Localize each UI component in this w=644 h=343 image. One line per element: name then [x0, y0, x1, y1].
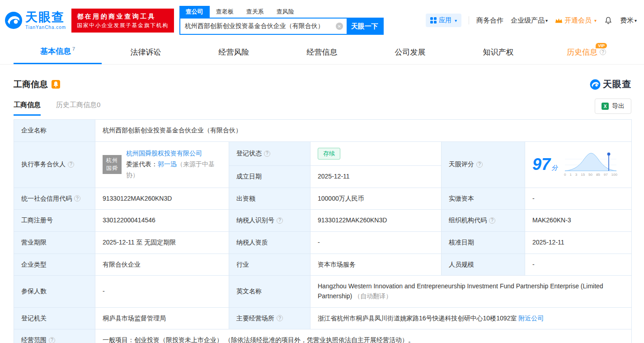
tab-operating-info[interactable]: 经营信息: [278, 40, 366, 64]
tianyancha-logo[interactable]: 天眼查 TianYanCha.com: [5, 11, 66, 30]
search-tab-risk[interactable]: 查风险: [270, 6, 301, 18]
business-cooperation-link[interactable]: 商务合作: [476, 16, 503, 25]
watermark-logo-icon: [590, 79, 601, 90]
table-row: 执行事务合伙人? 杭州国舜 杭州国舜股权投资有限公司 委派代表：郭一迅（来源于中…: [14, 141, 632, 165]
search-tabs: 查公司 查老板 查关系 查风险: [179, 6, 384, 18]
search-tab-relation[interactable]: 查关系: [240, 6, 270, 18]
table-row: 工商注册号 330122000414546 纳税人识别号? 91330122MA…: [14, 210, 632, 232]
search-block: 查公司 查老板 查关系 查风险 ✕ 天眼一下: [179, 6, 384, 35]
industry-cell: 资本市场服务: [310, 254, 442, 276]
clear-search-icon[interactable]: ✕: [336, 23, 343, 30]
subtab-history-business-info[interactable]: 历史工商信息0: [56, 101, 100, 116]
subscribe-bell-icon[interactable]: [52, 80, 60, 89]
help-icon[interactable]: ?: [476, 161, 483, 168]
help-icon[interactable]: ?: [277, 217, 283, 224]
search-button[interactable]: 天眼一下: [347, 19, 383, 34]
open-membership-link[interactable]: 开通会员 ▾: [555, 16, 597, 25]
help-icon[interactable]: ?: [489, 217, 495, 224]
score-label-cell: 天眼评分?: [442, 141, 525, 188]
delegate-prefix: 委派代表：: [126, 160, 158, 168]
table-row: 登记机关 桐庐县市场监督管理局 主要经营场所? 浙江省杭州市桐庐县凤川街道姚家路…: [14, 307, 632, 329]
tab-legal-proceedings[interactable]: 法律诉讼: [102, 40, 190, 64]
subtabs: 工商信息 历史工商信息0: [14, 101, 100, 116]
staff-size-cell: -: [525, 254, 632, 276]
help-icon[interactable]: ?: [600, 49, 606, 55]
subtab-row: 工商信息 历史工商信息0 X 导出: [0, 99, 644, 117]
reg-number-cell: 330122000414546: [95, 210, 229, 232]
contribution-label-cell: 出资额: [229, 188, 310, 210]
search-tab-boss[interactable]: 查老板: [210, 6, 240, 18]
apps-grid-icon: [430, 17, 437, 23]
status-label: 登记状态: [236, 150, 262, 157]
approval-date-cell: 2025-12-11: [525, 231, 632, 254]
export-button[interactable]: X 导出: [595, 99, 631, 114]
score-label: 天眼评分: [449, 160, 474, 168]
partner-company-link[interactable]: 杭州国舜股权投资有限公司: [126, 150, 202, 157]
insured-count-label-cell: 参保人数: [14, 276, 95, 307]
chevron-down-icon: ▾: [545, 18, 548, 23]
help-icon[interactable]: ?: [264, 150, 270, 157]
paid-capital-label-cell: 实缴资本: [442, 188, 525, 210]
status-cell: 存续: [310, 141, 442, 165]
help-icon[interactable]: ?: [277, 315, 283, 321]
tab-history-info[interactable]: VIP 历史信息 ?: [542, 40, 630, 64]
logo-domain: TianYanCha.com: [25, 25, 66, 30]
score-value: 97分: [532, 156, 558, 173]
tab-development-label: 公司发展: [395, 47, 426, 57]
tab-history-label: 历史信息: [567, 47, 597, 57]
status-badge: 存续: [318, 148, 340, 160]
taxpayer-id-cell: 91330122MAK260KN3D: [310, 210, 442, 232]
business-info-table: 企业名称 杭州西部创新创业投资基金合伙企业（有限合伙） 执行事务合伙人? 杭州国…: [14, 119, 632, 343]
table-row: 营业期限 2025-12-11 至 无固定期限 纳税人资质 - 核准日期 202…: [14, 231, 632, 254]
company-name-label: 企业名称: [21, 127, 47, 134]
credit-code-label-cell: 统一社会信用代码?: [14, 188, 95, 210]
promo-line1: 都在用的商业查询工具: [77, 12, 169, 21]
tab-operating-risk[interactable]: 经营风险: [190, 40, 278, 64]
partner-company-logo: 杭州国舜: [103, 155, 122, 174]
score-cell: 97分 01315508597100: [525, 141, 632, 188]
company-name-label-cell: 企业名称: [14, 120, 95, 142]
help-icon[interactable]: ?: [49, 337, 55, 343]
section-title-wrap: 工商信息: [14, 79, 60, 90]
approval-date-label-cell: 核准日期: [442, 231, 525, 254]
tab-intellectual-property[interactable]: 知识产权: [454, 40, 542, 64]
business-term-label-cell: 营业期限: [14, 231, 95, 254]
header-right-menu: 应用 ▾ 商务合作 企业级产品 ▾ 开通会员 ▾ 费米 ▾: [426, 14, 637, 27]
promo-line2: 国家中小企业发展子基金旗下机构: [77, 21, 169, 29]
address: 浙江省杭州市桐庐县凤川街道姚家路16号快递科技创研中心10楼1092室: [318, 315, 517, 322]
org-code-cell: MAK260KN-3: [525, 210, 632, 232]
user-menu[interactable]: 费米 ▾: [620, 16, 637, 25]
notifications-bell-icon[interactable]: [604, 16, 613, 25]
help-icon[interactable]: ?: [68, 161, 74, 168]
enterprise-product-menu[interactable]: 企业级产品 ▾: [511, 16, 548, 25]
partner-label-cell: 执行事务合伙人?: [14, 141, 95, 188]
registry-authority-label-cell: 登记机关: [14, 307, 95, 329]
nearby-companies-link[interactable]: 附近公司: [518, 315, 544, 322]
apps-menu[interactable]: 应用 ▾: [426, 14, 461, 27]
business-cooperation-label: 商务合作: [476, 16, 503, 25]
industry-label-cell: 行业: [229, 254, 310, 276]
tab-risk-label: 经营风险: [219, 47, 249, 57]
delegate-name-link[interactable]: 郭一迅: [158, 160, 177, 168]
company-type-label-cell: 企业类型: [14, 254, 95, 276]
excel-icon: X: [602, 103, 609, 110]
tab-ip-label: 知识产权: [483, 47, 514, 57]
search-tab-company[interactable]: 查公司: [179, 6, 210, 18]
contribution-cell: 100000万人民币: [310, 188, 442, 210]
table-row: 经营范围? 一般项目：创业投资（限投资未上市企业） （除依法须经批准的项目外，凭…: [14, 329, 632, 343]
credit-code-cell: 91330122MAK260KN3D: [95, 188, 229, 210]
tab-basic-info[interactable]: 基本信息 7: [14, 40, 102, 64]
vip-badge: VIP: [596, 43, 607, 48]
delegate-line: 委派代表：郭一迅（来源于中基协）: [126, 159, 221, 181]
export-label: 导出: [612, 102, 625, 110]
username: 费米: [620, 16, 634, 25]
top-header: 天眼查 TianYanCha.com 都在用的商业查询工具 国家中小企业发展子基…: [0, 0, 644, 40]
help-icon[interactable]: ?: [74, 195, 80, 202]
business-scope-cell: 一般项目：创业投资（限投资未上市企业） （除依法须经批准的项目外，凭营业执照依法…: [95, 329, 632, 343]
tab-company-development[interactable]: 公司发展: [366, 40, 454, 64]
subtab-business-info[interactable]: 工商信息: [14, 101, 41, 116]
detail-nav-tabs: 基本信息 7 法律诉讼 经营风险 经营信息 公司发展 知识产权 VIP 历史信息…: [0, 40, 644, 65]
score-axis: 01315508597100: [564, 172, 617, 178]
score-curve-icon: [564, 151, 617, 172]
search-input[interactable]: [185, 23, 336, 30]
